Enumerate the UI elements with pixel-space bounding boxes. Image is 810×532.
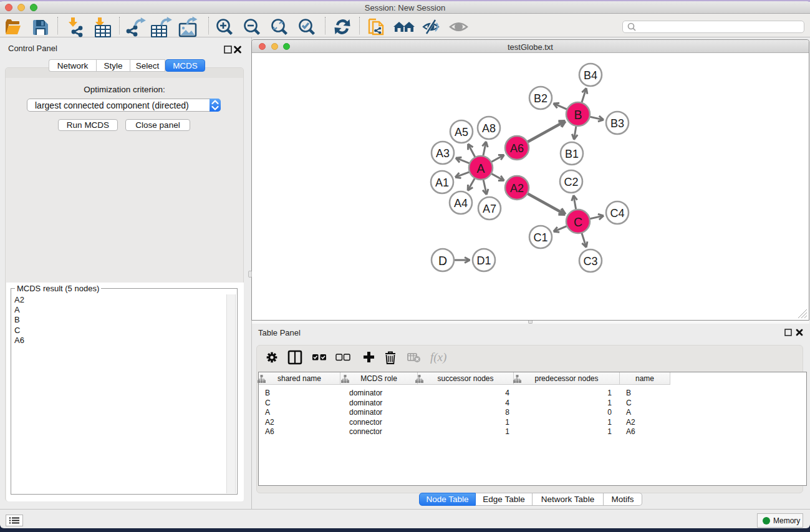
svg-text:B: B bbox=[574, 108, 582, 122]
svg-text:B2: B2 bbox=[534, 92, 547, 105]
svg-text:A5: A5 bbox=[455, 126, 468, 138]
svg-text:A: A bbox=[476, 162, 485, 175]
svg-text:A7: A7 bbox=[483, 203, 496, 215]
svg-text:D: D bbox=[438, 254, 447, 268]
svg-text:D1: D1 bbox=[476, 254, 491, 267]
svg-text:A4: A4 bbox=[454, 197, 468, 210]
svg-text:C4: C4 bbox=[610, 207, 624, 220]
svg-text:C2: C2 bbox=[564, 176, 578, 188]
svg-text:C1: C1 bbox=[533, 231, 547, 244]
svg-text:C3: C3 bbox=[583, 255, 597, 268]
svg-text:A3: A3 bbox=[436, 147, 450, 160]
svg-text:C: C bbox=[574, 215, 582, 229]
svg-text:A6: A6 bbox=[510, 142, 524, 155]
svg-text:A8: A8 bbox=[482, 122, 496, 135]
svg-text:A2: A2 bbox=[510, 182, 524, 195]
svg-text:B4: B4 bbox=[584, 69, 597, 82]
svg-text:f(x): f(x) bbox=[430, 351, 446, 364]
svg-text:A1: A1 bbox=[435, 177, 449, 189]
svg-text:B3: B3 bbox=[610, 117, 624, 130]
svg-text:B1: B1 bbox=[565, 148, 579, 160]
